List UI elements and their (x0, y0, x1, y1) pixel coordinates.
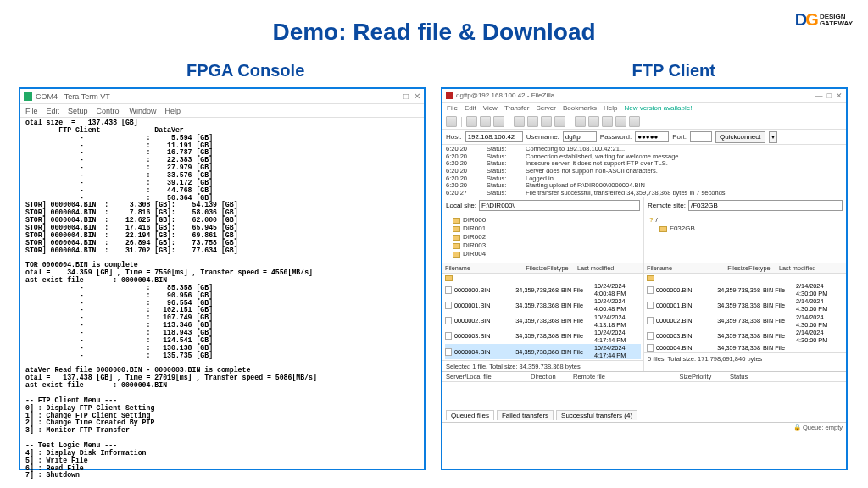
menu-server[interactable]: Server (536, 104, 556, 112)
teraterm-titlebar[interactable]: COM4 - Tera Term VT — □ ✕ (20, 89, 424, 104)
queue-header: Server/Local file Direction Remote file … (442, 372, 846, 382)
question-folder-icon: ? (649, 216, 653, 225)
file-row[interactable]: 0000001.BIN34,359,738,368BIN File2/14/20… (647, 297, 843, 313)
status-bar: 🔒 Queue: empty (442, 422, 846, 432)
refresh-icon[interactable] (514, 116, 525, 127)
new-version-notice[interactable]: New version available! (624, 104, 692, 112)
file-row[interactable]: 0000000.BIN34,359,738,368BIN File10/24/2… (445, 282, 641, 297)
teraterm-app-icon (24, 92, 32, 101)
file-icon (647, 302, 654, 309)
lock-icon[interactable]: 🔒 (793, 424, 801, 431)
host-input[interactable] (465, 131, 523, 142)
menu-help[interactable]: Help (165, 107, 181, 115)
tab-queued[interactable]: Queued files (446, 410, 494, 420)
remote-tree[interactable]: ? / F032GB (644, 214, 846, 263)
local-file-list[interactable]: Filename Filesize Filetype Last modified… (442, 263, 644, 371)
toggle-queue-icon[interactable] (493, 116, 504, 127)
quickconnect-dropdown[interactable]: ▾ (769, 131, 777, 143)
file-row[interactable]: 0000003.BIN34,359,738,368BIN File2/14/20… (647, 329, 843, 344)
right-subtitle: FTP Client (632, 61, 715, 80)
reconnect-icon[interactable] (575, 116, 586, 127)
tree-folder[interactable]: DIR001 (446, 225, 640, 233)
folder-icon (659, 226, 667, 232)
col-filetype[interactable]: Filetype (547, 264, 577, 272)
menu-view[interactable]: View (483, 104, 498, 112)
port-input[interactable] (690, 131, 712, 142)
col-modified[interactable]: Last modified (577, 264, 641, 272)
folder-icon (453, 252, 460, 258)
tab-failed[interactable]: Failed transfers (497, 410, 554, 420)
col-filesize[interactable]: Filesize (698, 264, 748, 272)
menu-transfer[interactable]: Transfer (504, 104, 530, 112)
password-input[interactable] (635, 131, 669, 142)
folder-up-icon[interactable] (647, 275, 654, 281)
menu-file[interactable]: File (25, 107, 38, 115)
folder-up-icon[interactable] (445, 275, 453, 281)
col-filename[interactable]: Filename (647, 264, 698, 272)
host-label: Host: (446, 133, 462, 141)
tree-folder[interactable]: DIR004 (446, 250, 640, 258)
file-icon (647, 317, 654, 324)
terminal-output[interactable]: otal size = 137.438 [GB] FTP Client Data… (20, 118, 424, 481)
col-modified[interactable]: Last modified (779, 264, 843, 272)
page-title: Demo: Read file & Download (0, 19, 868, 46)
col-filesize[interactable]: Filesize (496, 264, 547, 272)
file-icon (647, 332, 654, 340)
maximize-icon[interactable]: □ (403, 92, 409, 101)
menu-edit[interactable]: Edit (465, 104, 476, 112)
local-site-input[interactable] (479, 200, 640, 211)
teraterm-menubar: File Edit Setup Control Window Help (20, 104, 424, 118)
file-row[interactable]: 0000004.BIN34,359,738,368BIN File10/24/2… (445, 344, 641, 359)
local-tree[interactable]: DIR000DIR001DIR002DIR003DIR004 (442, 214, 644, 263)
close-icon[interactable]: ✕ (414, 92, 420, 101)
maximize-icon[interactable]: □ (827, 92, 832, 100)
toggle-log-icon[interactable] (466, 116, 477, 127)
folder-icon (453, 218, 460, 224)
menu-control[interactable]: Control (97, 107, 121, 115)
filezilla-menubar: File Edit View Transfer Server Bookmarks… (442, 103, 846, 114)
teraterm-title: COM4 - Tera Term VT (36, 92, 110, 101)
tab-successful[interactable]: Successful transfers (4) (556, 410, 637, 420)
minimize-icon[interactable]: — (815, 92, 823, 100)
menu-file[interactable]: File (447, 104, 458, 112)
disconnect-icon[interactable] (554, 116, 565, 127)
menu-window[interactable]: Window (130, 107, 157, 115)
file-row[interactable]: 0000002.BIN34,359,738,368BIN File2/14/20… (647, 313, 843, 329)
port-label: Port: (672, 133, 687, 141)
queue-body[interactable] (442, 382, 846, 408)
menu-edit[interactable]: Edit (47, 107, 60, 115)
tree-folder[interactable]: DIR002 (446, 233, 640, 241)
filter-icon[interactable] (588, 116, 599, 127)
file-row[interactable]: 0000000.BIN34,359,738,368BIN File2/14/20… (647, 282, 843, 297)
sync-browse-icon[interactable] (615, 116, 626, 127)
file-row[interactable]: 0000001.BIN34,359,738,368BIN File10/24/2… (445, 297, 641, 313)
local-site-label: Local site: (446, 202, 476, 209)
col-filetype[interactable]: Filetype (748, 264, 779, 272)
menu-bookmarks[interactable]: Bookmarks (563, 104, 597, 112)
local-status: Selected 1 file. Total size: 34,359,738,… (442, 360, 643, 371)
message-log[interactable]: 6:20:20Status:Connecting to 192.168.100.… (442, 145, 846, 197)
toggle-tree-icon[interactable] (480, 116, 491, 127)
username-input[interactable] (563, 131, 597, 142)
close-icon[interactable]: ✕ (836, 92, 843, 100)
log-row: 6:20:27Status:File transfer successful, … (446, 190, 843, 197)
search-icon[interactable] (629, 116, 640, 127)
process-queue-icon[interactable] (527, 116, 538, 127)
remote-file-list[interactable]: Filename Filesize Filetype Last modified… (644, 263, 846, 371)
quickconnect-button[interactable]: Quickconnect (715, 131, 765, 143)
menu-help[interactable]: Help (604, 104, 617, 112)
sitemanager-icon[interactable] (446, 116, 457, 127)
remote-site-input[interactable] (688, 200, 843, 211)
file-row[interactable]: 0000003.BIN34,359,738,368BIN File10/24/2… (445, 329, 641, 344)
minimize-icon[interactable]: — (390, 92, 398, 101)
compare-icon[interactable] (602, 116, 613, 127)
col-filename[interactable]: Filename (445, 264, 496, 272)
file-row[interactable]: 0000002.BIN34,359,738,368BIN File10/24/2… (445, 313, 641, 329)
filezilla-titlebar[interactable]: dgftp@192.168.100.42 - FileZilla — □ ✕ (442, 89, 846, 103)
tree-folder[interactable]: DIR003 (446, 241, 640, 250)
file-row[interactable]: 0000004.BIN34,359,738,368BIN File (647, 344, 843, 352)
tree-folder[interactable]: DIR000 (446, 216, 640, 225)
menu-setup[interactable]: Setup (68, 107, 88, 115)
cancel-icon[interactable] (541, 116, 552, 127)
filezilla-title: dgftp@192.168.100.42 - FileZilla (456, 92, 554, 99)
